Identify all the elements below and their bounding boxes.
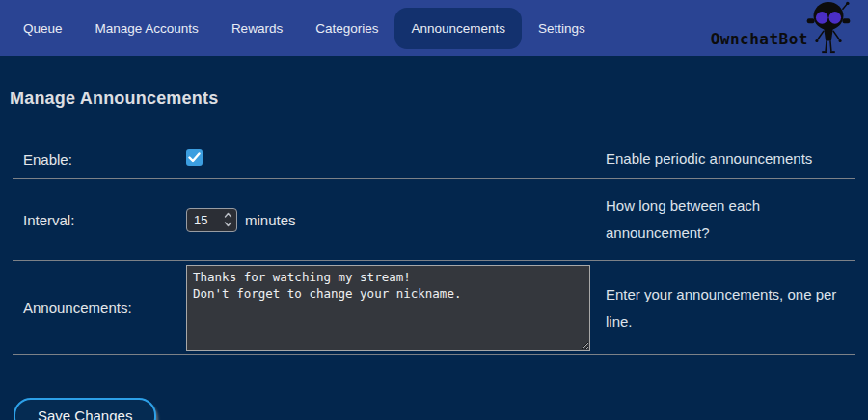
announcements-textarea[interactable]: Thanks for watching my stream! Don't for… bbox=[186, 265, 590, 351]
enable-checkbox-input[interactable] bbox=[186, 149, 203, 166]
page-title: Manage Announcements bbox=[10, 89, 855, 109]
nav-item-announcements[interactable]: Announcements bbox=[394, 8, 522, 49]
page-content: Manage Announcements Enable: Enable peri… bbox=[0, 89, 868, 420]
brand-logo: OwnchatBot bbox=[711, 0, 853, 56]
robot-eye-right bbox=[828, 12, 841, 24]
interval-description: How long between each announcement? bbox=[595, 193, 855, 247]
interval-unit-label: minutes bbox=[245, 212, 296, 228]
nav-item-queue[interactable]: Queue bbox=[7, 21, 79, 36]
save-changes-button[interactable]: Save Changes bbox=[14, 398, 156, 420]
nav-item-rewards[interactable]: Rewards bbox=[215, 21, 299, 36]
nav-item-manage-accounts[interactable]: Manage Accounts bbox=[79, 21, 215, 36]
announcements-description: Enter your announcements, one per line. bbox=[595, 281, 855, 335]
nav-item-categories[interactable]: Categories bbox=[299, 21, 394, 36]
top-nav: Queue Manage Accounts Rewards Categories… bbox=[0, 0, 868, 56]
interval-input-field[interactable] bbox=[194, 213, 217, 227]
number-spinner-icon[interactable] bbox=[224, 212, 232, 227]
brand-name: OwnchatBot bbox=[711, 30, 808, 48]
robot-eye-left bbox=[816, 12, 828, 24]
announcements-label: Announcements: bbox=[13, 300, 186, 316]
nav-item-settings[interactable]: Settings bbox=[522, 21, 602, 36]
announcements-control-cell: Thanks for watching my stream! Don't for… bbox=[186, 265, 595, 351]
enable-description: Enable periodic announcements bbox=[595, 145, 855, 172]
interval-input[interactable] bbox=[186, 208, 237, 232]
form-row-announcements: Announcements: Thanks for watching my st… bbox=[13, 261, 855, 355]
announcements-form: Enable: Enable periodic announcements In… bbox=[13, 140, 855, 355]
enable-control-cell bbox=[186, 149, 595, 170]
form-row-interval: Interval: minutes How long between each … bbox=[13, 179, 855, 261]
interval-label: Interval: bbox=[13, 212, 186, 228]
enable-label: Enable: bbox=[13, 151, 186, 168]
robot-mascot-icon bbox=[804, 0, 853, 56]
form-row-enable: Enable: Enable periodic announcements bbox=[13, 140, 855, 179]
nav-list: Queue Manage Accounts Rewards Categories… bbox=[7, 0, 602, 56]
enable-checkbox[interactable] bbox=[186, 149, 203, 166]
interval-control-cell: minutes bbox=[186, 208, 595, 232]
